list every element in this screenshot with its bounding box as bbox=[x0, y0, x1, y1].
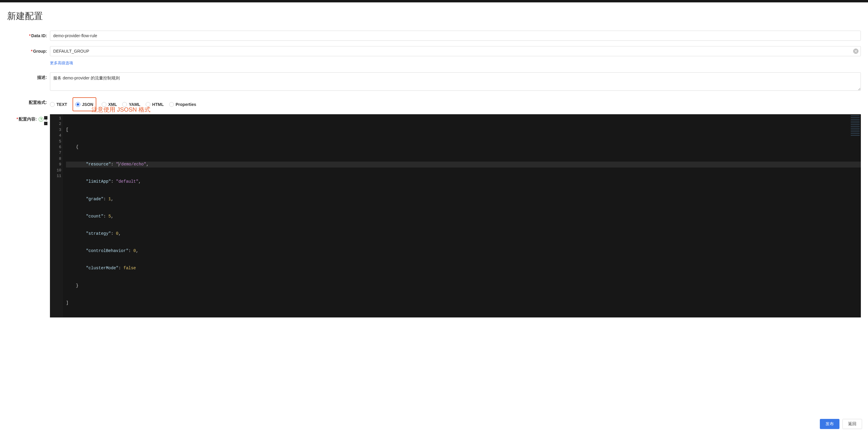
window-topbar bbox=[0, 0, 868, 2]
radio-icon bbox=[75, 102, 80, 107]
label-content: *配置内容: ? : bbox=[7, 114, 50, 122]
minimap-icon bbox=[851, 115, 860, 136]
editor-gutter: −1 −2 3 4 5 6 7 8 9 10 11 bbox=[50, 114, 63, 317]
required-mark: * bbox=[17, 117, 18, 121]
format-radio-xml[interactable]: XML bbox=[102, 99, 117, 110]
row-data-id: *Data ID: bbox=[7, 31, 861, 41]
row-description: 描述: bbox=[7, 72, 861, 92]
description-textarea[interactable] bbox=[50, 72, 861, 91]
format-radio-json[interactable]: JSON bbox=[75, 99, 93, 110]
radio-dot-icon bbox=[77, 103, 79, 106]
format-radio-text[interactable]: TEXT bbox=[50, 99, 67, 110]
advanced-options-link[interactable]: 更多高级选项 bbox=[50, 60, 73, 66]
required-mark: * bbox=[29, 33, 31, 38]
radio-icon bbox=[169, 102, 174, 107]
fold-icon[interactable]: − bbox=[44, 116, 48, 120]
radio-icon bbox=[122, 102, 127, 107]
required-mark: * bbox=[31, 49, 32, 54]
radio-icon bbox=[146, 102, 150, 107]
row-content: *配置内容: ? : −1 −2 3 4 5 6 7 8 9 10 11 bbox=[7, 114, 861, 317]
label-data-id: *Data ID: bbox=[7, 31, 50, 41]
help-icon[interactable]: ? bbox=[39, 117, 43, 122]
row-group: *Group: bbox=[7, 46, 861, 56]
radio-icon bbox=[102, 102, 106, 107]
format-highlight-box: JSON bbox=[72, 97, 96, 111]
code-editor[interactable]: −1 −2 3 4 5 6 7 8 9 10 11 [ { "resource" bbox=[50, 114, 861, 317]
format-radio-yaml[interactable]: YAML bbox=[122, 99, 140, 110]
group-input[interactable] bbox=[50, 46, 861, 56]
row-format: 配置格式: TEXT JSON XML bbox=[7, 97, 861, 111]
clear-icon[interactable] bbox=[853, 49, 859, 54]
label-format: 配置格式: bbox=[7, 97, 50, 107]
code-area[interactable]: [ { "resource": "/demo/echo", "limitApp"… bbox=[50, 114, 861, 317]
radio-icon bbox=[50, 102, 55, 107]
label-description: 描述: bbox=[7, 72, 50, 82]
label-group: *Group: bbox=[7, 46, 50, 56]
row-advanced: 更多高级选项 bbox=[7, 60, 861, 66]
data-id-input[interactable] bbox=[50, 31, 861, 41]
format-radio-html[interactable]: HTML bbox=[146, 99, 164, 110]
format-radio-properties[interactable]: Properties bbox=[169, 99, 196, 110]
page-title: 新建配置 bbox=[7, 10, 861, 22]
fold-icon[interactable]: − bbox=[44, 122, 48, 125]
